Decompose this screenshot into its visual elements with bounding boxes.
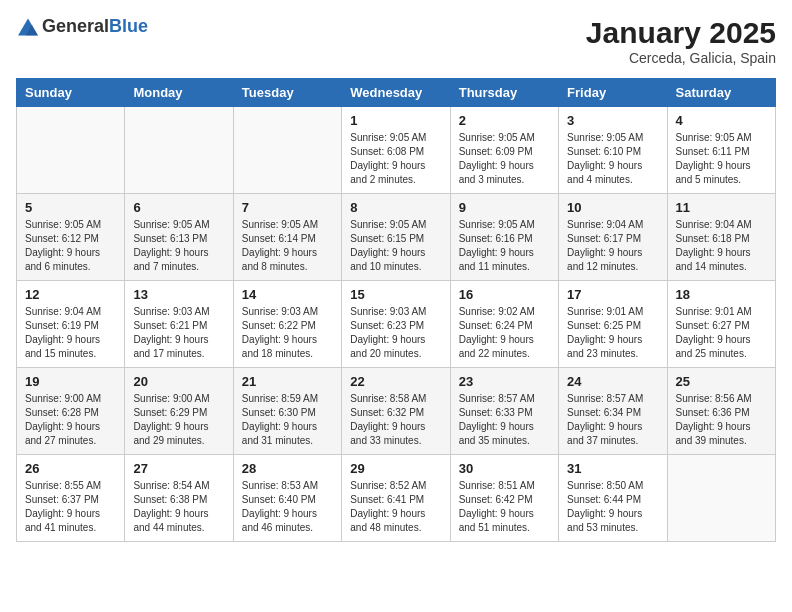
calendar-cell: 31Sunrise: 8:50 AMSunset: 6:44 PMDayligh… <box>559 455 667 542</box>
calendar-cell: 22Sunrise: 8:58 AMSunset: 6:32 PMDayligh… <box>342 368 450 455</box>
calendar-cell: 16Sunrise: 9:02 AMSunset: 6:24 PMDayligh… <box>450 281 558 368</box>
day-number: 29 <box>350 461 441 476</box>
calendar-cell <box>125 107 233 194</box>
calendar-cell: 30Sunrise: 8:51 AMSunset: 6:42 PMDayligh… <box>450 455 558 542</box>
day-info: Sunrise: 9:03 AMSunset: 6:21 PMDaylight:… <box>133 305 224 361</box>
day-number: 21 <box>242 374 333 389</box>
day-info: Sunrise: 9:04 AMSunset: 6:17 PMDaylight:… <box>567 218 658 274</box>
weekday-header-wednesday: Wednesday <box>342 79 450 107</box>
day-number: 17 <box>567 287 658 302</box>
calendar-cell: 7Sunrise: 9:05 AMSunset: 6:14 PMDaylight… <box>233 194 341 281</box>
calendar-cell: 17Sunrise: 9:01 AMSunset: 6:25 PMDayligh… <box>559 281 667 368</box>
calendar-cell: 12Sunrise: 9:04 AMSunset: 6:19 PMDayligh… <box>17 281 125 368</box>
day-info: Sunrise: 9:05 AMSunset: 6:16 PMDaylight:… <box>459 218 550 274</box>
day-info: Sunrise: 9:05 AMSunset: 6:13 PMDaylight:… <box>133 218 224 274</box>
day-info: Sunrise: 9:02 AMSunset: 6:24 PMDaylight:… <box>459 305 550 361</box>
day-info: Sunrise: 9:05 AMSunset: 6:14 PMDaylight:… <box>242 218 333 274</box>
calendar-cell: 18Sunrise: 9:01 AMSunset: 6:27 PMDayligh… <box>667 281 775 368</box>
day-info: Sunrise: 9:03 AMSunset: 6:23 PMDaylight:… <box>350 305 441 361</box>
day-number: 26 <box>25 461 116 476</box>
calendar-week-row: 19Sunrise: 9:00 AMSunset: 6:28 PMDayligh… <box>17 368 776 455</box>
title-area: January 2025 Cerceda, Galicia, Spain <box>586 16 776 66</box>
calendar-cell: 9Sunrise: 9:05 AMSunset: 6:16 PMDaylight… <box>450 194 558 281</box>
day-info: Sunrise: 9:05 AMSunset: 6:11 PMDaylight:… <box>676 131 767 187</box>
calendar-cell: 13Sunrise: 9:03 AMSunset: 6:21 PMDayligh… <box>125 281 233 368</box>
day-info: Sunrise: 8:57 AMSunset: 6:33 PMDaylight:… <box>459 392 550 448</box>
logo: GeneralBlue <box>16 16 148 37</box>
day-info: Sunrise: 8:58 AMSunset: 6:32 PMDaylight:… <box>350 392 441 448</box>
day-number: 24 <box>567 374 658 389</box>
calendar-cell: 28Sunrise: 8:53 AMSunset: 6:40 PMDayligh… <box>233 455 341 542</box>
day-info: Sunrise: 9:01 AMSunset: 6:25 PMDaylight:… <box>567 305 658 361</box>
day-info: Sunrise: 9:04 AMSunset: 6:18 PMDaylight:… <box>676 218 767 274</box>
day-info: Sunrise: 9:05 AMSunset: 6:10 PMDaylight:… <box>567 131 658 187</box>
day-number: 16 <box>459 287 550 302</box>
logo-text-blue: Blue <box>109 16 148 36</box>
weekday-header-monday: Monday <box>125 79 233 107</box>
weekday-header-saturday: Saturday <box>667 79 775 107</box>
day-info: Sunrise: 9:03 AMSunset: 6:22 PMDaylight:… <box>242 305 333 361</box>
day-number: 23 <box>459 374 550 389</box>
calendar-cell: 4Sunrise: 9:05 AMSunset: 6:11 PMDaylight… <box>667 107 775 194</box>
calendar-cell <box>667 455 775 542</box>
calendar-week-row: 5Sunrise: 9:05 AMSunset: 6:12 PMDaylight… <box>17 194 776 281</box>
calendar-cell: 24Sunrise: 8:57 AMSunset: 6:34 PMDayligh… <box>559 368 667 455</box>
calendar-cell: 3Sunrise: 9:05 AMSunset: 6:10 PMDaylight… <box>559 107 667 194</box>
day-info: Sunrise: 8:50 AMSunset: 6:44 PMDaylight:… <box>567 479 658 535</box>
day-number: 3 <box>567 113 658 128</box>
day-number: 6 <box>133 200 224 215</box>
day-info: Sunrise: 9:05 AMSunset: 6:08 PMDaylight:… <box>350 131 441 187</box>
day-number: 20 <box>133 374 224 389</box>
day-info: Sunrise: 9:05 AMSunset: 6:15 PMDaylight:… <box>350 218 441 274</box>
day-number: 7 <box>242 200 333 215</box>
calendar-cell: 5Sunrise: 9:05 AMSunset: 6:12 PMDaylight… <box>17 194 125 281</box>
day-number: 2 <box>459 113 550 128</box>
weekday-header-tuesday: Tuesday <box>233 79 341 107</box>
day-info: Sunrise: 9:04 AMSunset: 6:19 PMDaylight:… <box>25 305 116 361</box>
calendar-cell: 15Sunrise: 9:03 AMSunset: 6:23 PMDayligh… <box>342 281 450 368</box>
day-number: 9 <box>459 200 550 215</box>
day-number: 10 <box>567 200 658 215</box>
day-number: 13 <box>133 287 224 302</box>
calendar-week-row: 1Sunrise: 9:05 AMSunset: 6:08 PMDaylight… <box>17 107 776 194</box>
day-info: Sunrise: 8:59 AMSunset: 6:30 PMDaylight:… <box>242 392 333 448</box>
calendar-cell: 21Sunrise: 8:59 AMSunset: 6:30 PMDayligh… <box>233 368 341 455</box>
day-number: 30 <box>459 461 550 476</box>
day-info: Sunrise: 9:00 AMSunset: 6:29 PMDaylight:… <box>133 392 224 448</box>
calendar-week-row: 26Sunrise: 8:55 AMSunset: 6:37 PMDayligh… <box>17 455 776 542</box>
calendar-cell: 2Sunrise: 9:05 AMSunset: 6:09 PMDaylight… <box>450 107 558 194</box>
day-number: 25 <box>676 374 767 389</box>
calendar-cell: 26Sunrise: 8:55 AMSunset: 6:37 PMDayligh… <box>17 455 125 542</box>
day-number: 8 <box>350 200 441 215</box>
calendar-cell: 6Sunrise: 9:05 AMSunset: 6:13 PMDaylight… <box>125 194 233 281</box>
location-title: Cerceda, Galicia, Spain <box>586 50 776 66</box>
day-info: Sunrise: 8:55 AMSunset: 6:37 PMDaylight:… <box>25 479 116 535</box>
day-number: 27 <box>133 461 224 476</box>
calendar-cell: 23Sunrise: 8:57 AMSunset: 6:33 PMDayligh… <box>450 368 558 455</box>
day-info: Sunrise: 8:54 AMSunset: 6:38 PMDaylight:… <box>133 479 224 535</box>
day-number: 4 <box>676 113 767 128</box>
calendar-cell: 19Sunrise: 9:00 AMSunset: 6:28 PMDayligh… <box>17 368 125 455</box>
day-info: Sunrise: 8:52 AMSunset: 6:41 PMDaylight:… <box>350 479 441 535</box>
calendar-cell: 14Sunrise: 9:03 AMSunset: 6:22 PMDayligh… <box>233 281 341 368</box>
day-info: Sunrise: 9:05 AMSunset: 6:12 PMDaylight:… <box>25 218 116 274</box>
day-number: 15 <box>350 287 441 302</box>
calendar-cell: 8Sunrise: 9:05 AMSunset: 6:15 PMDaylight… <box>342 194 450 281</box>
day-info: Sunrise: 8:56 AMSunset: 6:36 PMDaylight:… <box>676 392 767 448</box>
day-info: Sunrise: 9:00 AMSunset: 6:28 PMDaylight:… <box>25 392 116 448</box>
calendar-cell: 27Sunrise: 8:54 AMSunset: 6:38 PMDayligh… <box>125 455 233 542</box>
day-number: 18 <box>676 287 767 302</box>
day-info: Sunrise: 8:57 AMSunset: 6:34 PMDaylight:… <box>567 392 658 448</box>
calendar-cell <box>17 107 125 194</box>
month-title: January 2025 <box>586 16 776 50</box>
day-number: 1 <box>350 113 441 128</box>
day-number: 31 <box>567 461 658 476</box>
calendar-cell: 11Sunrise: 9:04 AMSunset: 6:18 PMDayligh… <box>667 194 775 281</box>
day-number: 22 <box>350 374 441 389</box>
page-header: GeneralBlue January 2025 Cerceda, Galici… <box>16 16 776 66</box>
calendar-body: 1Sunrise: 9:05 AMSunset: 6:08 PMDaylight… <box>17 107 776 542</box>
day-number: 28 <box>242 461 333 476</box>
day-info: Sunrise: 9:01 AMSunset: 6:27 PMDaylight:… <box>676 305 767 361</box>
day-info: Sunrise: 8:53 AMSunset: 6:40 PMDaylight:… <box>242 479 333 535</box>
calendar-week-row: 12Sunrise: 9:04 AMSunset: 6:19 PMDayligh… <box>17 281 776 368</box>
